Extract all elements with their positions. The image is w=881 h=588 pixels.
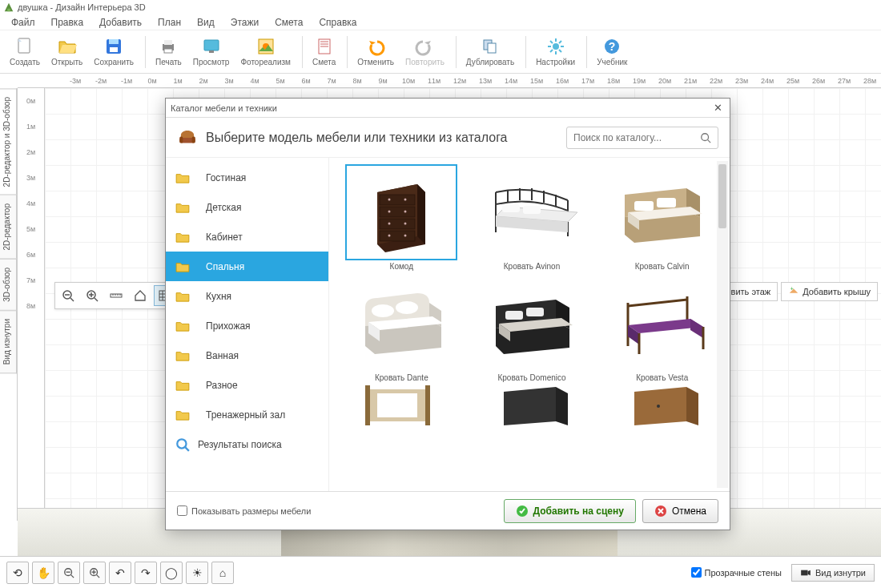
svg-rect-84 [505, 311, 523, 320]
toolbar-open-button[interactable]: Открыть [46, 35, 87, 68]
tab-2d[interactable]: 2D-редактор [0, 195, 17, 260]
toolbar-print-button[interactable]: Печать [151, 35, 187, 68]
category-living[interactable]: Гостиная [166, 163, 328, 192]
transparent-walls-input[interactable] [691, 567, 702, 578]
svg-rect-9 [209, 50, 214, 53]
zoom-out-icon[interactable] [58, 285, 78, 306]
ruler-tick: 8м [344, 77, 370, 85]
view-inside-button[interactable]: Вид изнутри [791, 564, 875, 582]
dialog-body: ГостинаяДетскаяКабинетСпальняКухняПрихож… [166, 158, 730, 491]
add-to-scene-button[interactable]: Добавить на сцену [504, 499, 636, 523]
menu-file[interactable]: Файл [3, 15, 43, 30]
category-office[interactable]: Кабинет [166, 222, 328, 252]
canvas-right-buttons: вить этаж + Добавить крышу [710, 282, 878, 301]
category-misc[interactable]: Разное [166, 370, 328, 400]
furniture-item-calvin[interactable]: Кровать Calvin [602, 164, 722, 271]
category-hallway[interactable]: Прихожая [166, 311, 328, 340]
home-bottom-icon[interactable]: ⌂ [211, 562, 234, 584]
toolbar-duplicate-button[interactable]: Дублировать [461, 35, 519, 68]
furniture-item-domenico[interactable]: Кровать Domenico [473, 276, 592, 382]
furniture-item-avinon[interactable]: Кровать Avinon [473, 164, 592, 271]
ruler-icon[interactable] [106, 285, 127, 306]
item-thumbnail [476, 164, 588, 260]
category-kids[interactable]: Детская [166, 192, 328, 222]
svg-rect-95 [365, 385, 370, 425]
menu-estimate[interactable]: Смета [267, 15, 311, 30]
svg-point-59 [177, 439, 186, 448]
light-icon[interactable]: ☀ [186, 562, 208, 584]
svg-line-23 [559, 41, 561, 43]
category-gym[interactable]: Тренажерный зал [166, 400, 328, 429]
category-bedroom[interactable]: Спальня [166, 252, 328, 281]
ruler-tick: 13м [473, 77, 498, 85]
ruler-tick: 10м [396, 77, 421, 85]
catalog-search[interactable] [566, 127, 718, 149]
menu-bar: Файл Правка Добавить План Вид Этажи Смет… [0, 14, 881, 30]
create-icon [15, 37, 34, 56]
category-label: Результаты поиска [198, 439, 282, 450]
furniture-catalog-dialog: Каталог мебели и техники ✕ Выберите моде… [165, 98, 730, 530]
add-roof-button[interactable]: + Добавить крышу [781, 282, 878, 301]
category-search-results[interactable]: Результаты поиска [166, 429, 328, 459]
item-thumbnail [606, 387, 718, 424]
svg-point-68 [404, 211, 407, 213]
tab-3d[interactable]: 3D-обзор [0, 259, 17, 311]
zoom-in-bottom-icon[interactable] [83, 562, 106, 584]
home-icon[interactable] [130, 285, 151, 306]
furniture-item-p1[interactable] [342, 387, 461, 425]
ruler-tick: 26м [806, 77, 831, 85]
window-title: двушка - Дизайн Интерьера 3D [18, 2, 146, 12]
menu-add[interactable]: Добавить [91, 15, 150, 30]
item-thumbnail [345, 387, 457, 424]
toolbar-create-button[interactable]: Создать [5, 35, 45, 68]
tab-2d3d[interactable]: 2D-редактор и 3D-обзор [0, 88, 17, 195]
ruler-tick: 0м [139, 77, 165, 85]
category-kitchen[interactable]: Кухня [166, 281, 328, 311]
menu-plan[interactable]: План [150, 15, 189, 30]
category-label: Кабинет [206, 232, 243, 243]
toolbar-redo-button[interactable]: Повторить [400, 35, 449, 68]
toolbar-undo-button[interactable]: Отменить [352, 35, 399, 68]
show-dimensions-checkbox[interactable]: Показывать размеры мебели [177, 505, 311, 516]
zoom-in-icon[interactable] [82, 285, 103, 306]
orbit-icon[interactable]: ⟲ [6, 562, 29, 584]
furniture-item-vesta[interactable]: Кровать Vesta [602, 276, 722, 382]
scrollbar-thumb[interactable] [718, 164, 726, 228]
rotate-ccw-icon[interactable]: ↶ [109, 562, 131, 584]
search-input[interactable] [573, 132, 700, 143]
tab-inside[interactable]: Вид изнутри [0, 310, 17, 373]
toolbar-settings-button[interactable]: Настройки [531, 35, 580, 68]
rotate-cw-icon[interactable]: ↷ [135, 562, 157, 584]
toolbar-estimate-button[interactable]: Смета [308, 35, 340, 68]
items-scrollbar[interactable] [717, 161, 728, 488]
menu-help[interactable]: Справка [311, 15, 364, 30]
lasso-icon[interactable]: ◯ [160, 562, 183, 584]
furniture-item-p3[interactable] [602, 387, 722, 425]
toolbar-save-button[interactable]: Сохранить [89, 35, 139, 68]
category-bath[interactable]: Ванная [166, 340, 328, 370]
menu-view[interactable]: Вид [189, 15, 223, 30]
close-icon[interactable]: ✕ [710, 101, 725, 115]
menu-edit[interactable]: Правка [43, 15, 92, 30]
cancel-button-label: Отмена [672, 505, 706, 517]
toolbar-photoreal-button[interactable]: Фотореализм [235, 35, 296, 68]
zoom-out-bottom-icon[interactable] [58, 562, 80, 584]
item-thumbnail [345, 164, 457, 260]
furniture-item-p2[interactable] [473, 387, 592, 425]
toolbar-label: Фотореализм [240, 58, 291, 66]
toolbar-preview-button[interactable]: Просмотр [188, 35, 235, 68]
show-dimensions-input[interactable] [177, 505, 187, 516]
roof-icon: + [788, 286, 799, 297]
view-inside-label: Вид изнутри [815, 568, 866, 578]
furniture-item-komod[interactable]: Комод [342, 164, 461, 271]
toolbar-textbook-button[interactable]: ?Учебник [592, 35, 632, 68]
svg-point-65 [388, 199, 391, 201]
menu-floors[interactable]: Этажи [223, 15, 267, 30]
ruler-tick: 16м [549, 77, 575, 85]
furniture-item-dante[interactable]: Кровать Dante [342, 276, 461, 382]
svg-rect-80 [634, 201, 654, 211]
svg-rect-91 [634, 311, 652, 320]
transparent-walls-checkbox[interactable]: Прозрачные стены [691, 567, 782, 578]
cancel-button[interactable]: Отмена [642, 499, 718, 523]
pan-icon[interactable]: ✋ [32, 562, 54, 584]
